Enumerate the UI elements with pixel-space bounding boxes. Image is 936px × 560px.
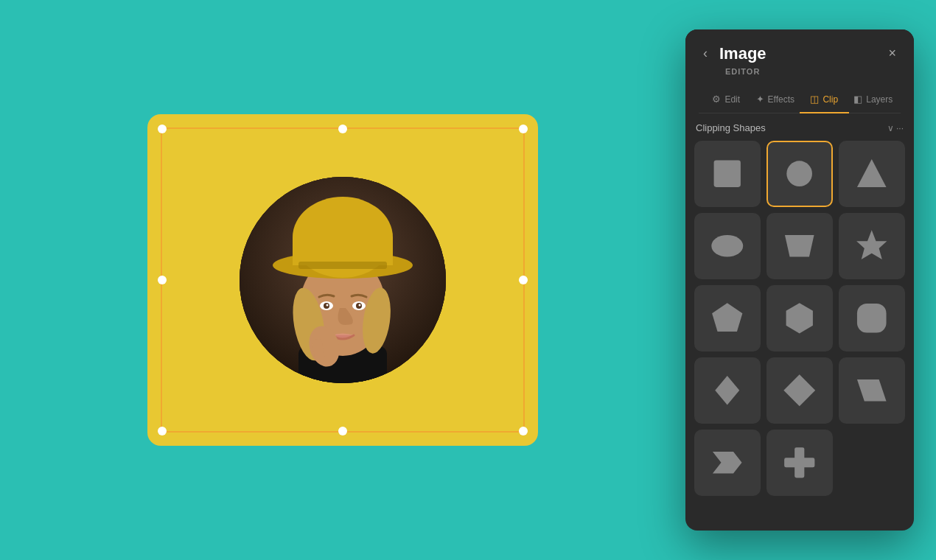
close-button[interactable]: ×: [884, 43, 901, 64]
shape-star[interactable]: [839, 213, 905, 279]
handle-ml[interactable]: [158, 276, 167, 284]
shape-hexagon[interactable]: [766, 285, 833, 351]
svg-point-17: [359, 304, 361, 307]
back-button[interactable]: ‹: [699, 44, 712, 63]
handle-tl[interactable]: [158, 125, 167, 133]
editor-panel: ‹ Image × EDITOR ⚙ Edit ✦ Effects ◫ Clip…: [685, 29, 914, 531]
panel-title: Image: [719, 44, 766, 63]
handle-bm[interactable]: [338, 427, 347, 435]
tabs-bar: ⚙ Edit ✦ Effects ◫ Clip ◧ Layers: [699, 86, 901, 113]
handle-mr[interactable]: [519, 276, 528, 284]
panel-title-row: ‹ Image ×: [699, 43, 901, 64]
clipped-image: [240, 177, 446, 383]
effects-tab-icon: ✦: [756, 94, 764, 105]
svg-marker-22: [857, 159, 887, 187]
svg-marker-31: [857, 379, 887, 402]
panel-subtitle: EDITOR: [725, 67, 901, 76]
section-title: Clipping Shapes: [696, 122, 766, 133]
edit-tab-icon: ⚙: [712, 94, 721, 105]
shape-square[interactable]: [694, 141, 761, 207]
shape-oval[interactable]: [694, 213, 761, 279]
svg-point-14: [326, 304, 329, 307]
panel-header: ‹ Image × EDITOR ⚙ Edit ✦ Effects ◫ Clip…: [685, 29, 914, 113]
tab-edit[interactable]: ⚙ Edit: [702, 86, 751, 113]
tab-edit-label: Edit: [724, 94, 740, 105]
shape-circle[interactable]: [766, 141, 833, 207]
shape-arrow-right[interactable]: [694, 430, 761, 496]
handle-tm[interactable]: [338, 125, 347, 133]
clip-tab-icon: ◫: [810, 94, 819, 105]
shape-diamond-small[interactable]: [694, 357, 761, 424]
svg-point-21: [787, 161, 813, 187]
svg-marker-32: [713, 452, 742, 474]
shape-parallelogram[interactable]: [839, 357, 905, 424]
tab-layers[interactable]: ◧ Layers: [849, 86, 898, 113]
svg-rect-20: [714, 161, 741, 187]
svg-marker-26: [712, 303, 742, 332]
handle-bl[interactable]: [158, 427, 167, 435]
shape-cross[interactable]: [766, 430, 833, 496]
svg-marker-25: [856, 231, 887, 260]
svg-point-23: [712, 235, 744, 257]
shape-rounded-square[interactable]: [839, 285, 905, 351]
svg-marker-24: [785, 235, 814, 257]
shape-triangle[interactable]: [839, 141, 905, 207]
shape-pentagon[interactable]: [694, 285, 761, 351]
tab-clip-label: Clip: [823, 94, 838, 105]
svg-marker-30: [784, 375, 816, 407]
shape-diamond-medium[interactable]: [766, 357, 833, 424]
svg-rect-11: [298, 262, 387, 269]
canvas-area: [0, 0, 685, 560]
person-photo: [240, 177, 446, 383]
svg-rect-28: [857, 304, 887, 333]
tab-clip[interactable]: ◫ Clip: [800, 86, 849, 113]
svg-rect-34: [784, 458, 814, 467]
chevron-icon: ∨ ···: [887, 123, 904, 133]
section-header: Clipping Shapes ∨ ···: [694, 122, 905, 133]
svg-rect-10: [293, 237, 393, 265]
svg-marker-27: [786, 303, 813, 333]
tab-layers-label: Layers: [866, 94, 893, 105]
tab-effects[interactable]: ✦ Effects: [751, 86, 800, 113]
image-frame[interactable]: [147, 114, 538, 446]
panel-title-left: ‹ Image: [699, 44, 766, 63]
tab-effects-label: Effects: [768, 94, 794, 105]
panel-content: Clipping Shapes ∨ ···: [685, 113, 914, 531]
svg-marker-29: [716, 376, 740, 405]
layers-tab-icon: ◧: [853, 94, 862, 105]
handle-tr[interactable]: [519, 125, 528, 133]
handle-br[interactable]: [519, 427, 528, 435]
shapes-grid: [694, 141, 905, 496]
shape-trapezoid[interactable]: [766, 213, 833, 279]
